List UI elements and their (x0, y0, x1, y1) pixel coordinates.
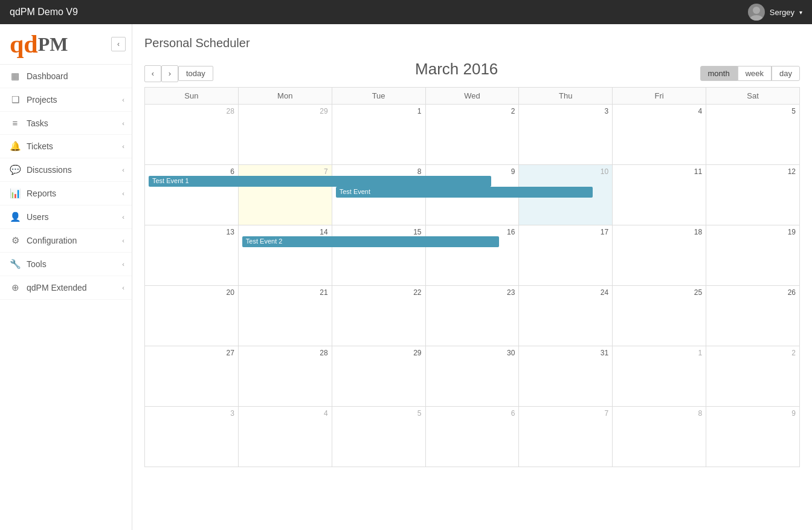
calendar-day[interactable]: 2 (425, 105, 519, 165)
calendar-event[interactable]: Test Event 2 (242, 236, 500, 247)
user-name: Sergey (770, 8, 794, 17)
sidebar-item-left: ⊕ qdPM Extended (10, 282, 87, 293)
sidebar-item-left: 📊 Reports (10, 188, 56, 199)
sidebar-item-tools[interactable]: 🔧 Tools ‹ (0, 253, 132, 276)
calendar-day[interactable]: 23 (425, 286, 519, 346)
calendar-day[interactable]: 7 (519, 407, 613, 467)
sidebar-item-qdpm-extended[interactable]: ⊕ qdPM Extended ‹ (0, 276, 132, 300)
calendar-day[interactable]: 4 (613, 105, 706, 165)
sidebar-item-left: ⚙ Configuration (10, 235, 77, 246)
month-view-button[interactable]: month (700, 66, 738, 81)
calendar-day[interactable]: 2 (706, 346, 800, 407)
calendar-day[interactable]: 15 (332, 225, 425, 286)
calendar-day[interactable]: 22 (332, 286, 425, 346)
col-header-fri: Fri (613, 88, 706, 105)
avatar (748, 4, 765, 21)
sidebar-item-label: Tools (27, 259, 47, 269)
day-number: 13 (149, 228, 234, 236)
calendar-day[interactable]: 3 (145, 407, 239, 467)
calendar-day[interactable]: 12 (706, 165, 800, 225)
sidebar-item-reports[interactable]: 📊 Reports ‹ (0, 182, 132, 205)
sidebar-item-configuration[interactable]: ⚙ Configuration ‹ (0, 229, 132, 253)
today-button[interactable]: today (178, 66, 213, 81)
calendar-day[interactable]: 16 (425, 225, 519, 286)
calendar-day[interactable]: 30 (425, 346, 519, 407)
calendar-day[interactable]: 13 (145, 225, 239, 286)
sidebar-item-tasks[interactable]: ≡ Tasks ‹ (0, 112, 132, 135)
calendar-day[interactable]: 28 (145, 105, 239, 165)
prev-button[interactable]: ‹ (144, 65, 161, 82)
sidebar-nav: ▦ Dashboard ❑ Projects ‹ ≡ Tasks ‹ 🔔 Tic… (0, 65, 132, 300)
calendar-day[interactable]: 5 (332, 407, 425, 467)
day-number: 23 (430, 288, 515, 297)
calendar-day[interactable]: 11 (613, 165, 706, 225)
calendar-day[interactable]: 31 (519, 346, 613, 407)
calendar-week-5: 3456789 (145, 407, 800, 467)
col-header-thu: Thu (519, 88, 613, 105)
next-button[interactable]: › (161, 65, 178, 82)
sidebar-item-discussions[interactable]: 💬 Discussions ‹ (0, 158, 132, 182)
sidebar-item-left: ≡ Tasks (10, 118, 48, 128)
calendar-day[interactable]: 27 (145, 346, 239, 407)
calendar-day[interactable]: 17 (519, 225, 613, 286)
sidebar-collapse-button[interactable]: ‹ (111, 37, 126, 51)
sidebar-item-tickets[interactable]: 🔔 Tickets ‹ (0, 135, 132, 158)
tasks-icon: ≡ (10, 118, 21, 128)
sidebar-item-dashboard[interactable]: ▦ Dashboard (0, 65, 132, 88)
svg-point-0 (753, 7, 760, 14)
calendar-day[interactable]: 18 (613, 225, 706, 286)
chevron-right-icon: ‹ (122, 190, 124, 197)
calendar-day[interactable]: 1 (613, 346, 706, 407)
sidebar-item-users[interactable]: 👤 Users ‹ (0, 205, 132, 229)
calendar-event[interactable]: Test Event 1 (149, 176, 491, 187)
calendar-day[interactable]: 29 (332, 346, 425, 407)
month-title: March 2016 (213, 60, 700, 79)
calendar-day[interactable]: 24 (519, 286, 613, 346)
calendar-day[interactable]: 29 (238, 105, 332, 165)
day-number: 19 (710, 228, 796, 236)
calendar-day[interactable]: 3 (519, 105, 613, 165)
chevron-down-icon: ▾ (799, 9, 802, 16)
discussions-icon: 💬 (10, 164, 21, 175)
day-number: 27 (149, 349, 234, 357)
calendar-day[interactable]: 21 (238, 286, 332, 346)
calendar-day[interactable]: 26 (706, 286, 800, 346)
day-view-button[interactable]: day (772, 66, 800, 81)
calendar-day[interactable]: 6Test Event 1 (145, 165, 239, 225)
calendar-day[interactable]: 7 (238, 165, 332, 225)
col-header-sun: Sun (145, 88, 239, 105)
user-menu[interactable]: Sergey ▾ (748, 4, 802, 21)
sidebar-item-label: qdPM Extended (27, 283, 87, 292)
calendar-day[interactable]: 1 (332, 105, 425, 165)
calendar-day[interactable]: 8 (613, 407, 706, 467)
sidebar-item-projects[interactable]: ❑ Projects ‹ (0, 88, 132, 112)
day-number: 6 (149, 167, 234, 176)
day-number: 7 (242, 167, 328, 176)
calendar-day[interactable]: 5 (706, 105, 800, 165)
calendar-event[interactable]: Test Event (336, 187, 593, 198)
week-view-button[interactable]: week (738, 66, 772, 81)
calendar-day[interactable]: 9 (706, 407, 800, 467)
users-icon: 👤 (10, 212, 21, 222)
chevron-right-icon: ‹ (122, 120, 124, 127)
dashboard-icon: ▦ (10, 71, 21, 82)
calendar-day[interactable]: 28 (238, 346, 332, 407)
calendar-day[interactable]: 20 (145, 286, 239, 346)
calendar-week-2: 1314Test Event 21516171819 (145, 225, 800, 286)
day-number: 29 (242, 107, 328, 115)
calendar-day[interactable]: 25 (613, 286, 706, 346)
day-number: 6 (430, 409, 515, 418)
day-number: 10 (523, 167, 608, 176)
calendar-day[interactable]: 8Test Event (332, 165, 425, 225)
day-number: 18 (616, 228, 702, 236)
sidebar-item-left: ▦ Dashboard (10, 71, 68, 82)
calendar-day[interactable]: 14Test Event 2 (238, 225, 332, 286)
sidebar-item-left: 🔧 Tools (10, 259, 47, 270)
projects-icon: ❑ (10, 94, 21, 105)
sidebar-item-left: 👤 Users (10, 212, 49, 222)
sidebar-item-label: Reports (27, 189, 56, 198)
calendar-day[interactable]: 19 (706, 225, 800, 286)
calendar-day[interactable]: 4 (238, 407, 332, 467)
calendar-day[interactable]: 6 (425, 407, 519, 467)
qdpm-extended-icon: ⊕ (10, 282, 21, 293)
